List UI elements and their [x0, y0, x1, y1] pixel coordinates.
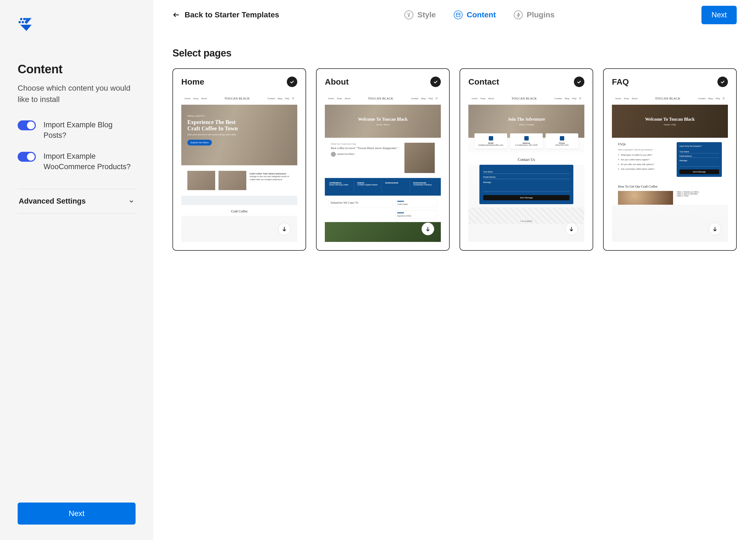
svg-rect-0 [20, 18, 22, 20]
sidebar-next-button[interactable]: Next [18, 502, 136, 525]
advanced-settings-label: Advanced Settings [19, 197, 86, 205]
sidebar: Content Choose which content you would l… [0, 0, 153, 540]
toggle-import-blog-posts[interactable]: Import Example Blog Posts? [18, 120, 136, 141]
check-icon [717, 76, 728, 87]
toggle-switch-icon[interactable] [18, 120, 36, 130]
page-card-faq[interactable]: FAQ HomeShopAboutTOUCAN BLACKContactBlog… [603, 68, 737, 251]
plugins-step-icon [514, 10, 523, 20]
toggle-import-woocommerce[interactable]: Import Example WooCommerce Products? [18, 151, 136, 172]
sidebar-title: Content [18, 62, 136, 76]
page-grid: Home HomeShopAboutTOUCAN BLACKContactBlo… [173, 68, 737, 251]
scroll-down-icon[interactable] [422, 222, 434, 235]
chevron-down-icon [128, 199, 134, 204]
top-next-button[interactable]: Next [701, 6, 737, 24]
svg-rect-1 [23, 18, 26, 20]
page-thumbnail-faq: HomeShopAboutTOUCAN BLACKContactBlogFAQ☰… [612, 92, 728, 242]
step-style[interactable]: Style [404, 10, 436, 20]
toggle-label: Import Example WooCommerce Products? [44, 151, 136, 172]
toggle-switch-icon[interactable] [18, 152, 36, 162]
page-thumbnail-contact: HomeShopAboutTOUCAN BLACKContactBlogFAQ☰… [468, 92, 584, 242]
step-label: Style [418, 10, 436, 19]
arrow-left-icon [173, 11, 180, 19]
step-content[interactable]: Content [453, 10, 496, 20]
svg-point-6 [405, 11, 413, 19]
step-label: Content [467, 10, 496, 19]
step-label: Plugins [527, 10, 555, 19]
brand-logo [18, 15, 34, 32]
svg-point-7 [454, 11, 462, 19]
page-thumbnail-home: HomeShopAboutTOUCAN BLACKContactBlogFAQ☰… [181, 92, 297, 242]
scroll-down-icon[interactable] [708, 222, 721, 235]
sidebar-description: Choose which content you would like to i… [18, 83, 136, 105]
page-card-contact[interactable]: Contact HomeShopAboutTOUCAN BLACKContact… [459, 68, 593, 251]
advanced-settings-row[interactable]: Advanced Settings [18, 189, 136, 213]
page-card-title: Contact [468, 77, 499, 86]
toggle-label: Import Example Blog Posts? [44, 120, 136, 141]
check-icon [287, 76, 297, 87]
style-step-icon [404, 10, 414, 20]
check-icon [430, 76, 441, 87]
scroll-down-icon[interactable] [278, 222, 291, 235]
page-card-title: About [325, 77, 349, 86]
page-card-title: Home [181, 77, 204, 86]
svg-rect-2 [19, 21, 21, 23]
scroll-down-icon[interactable] [565, 222, 578, 235]
page-card-home[interactable]: Home HomeShopAboutTOUCAN BLACKContactBlo… [173, 68, 306, 251]
page-thumbnail-about: HomeShopAboutTOUCAN BLACKContactBlogFAQ☰… [325, 92, 441, 242]
back-to-templates-link[interactable]: Back to Starter Templates [173, 10, 279, 19]
step-plugins[interactable]: Plugins [514, 10, 555, 20]
step-nav: Style Content Plugins [404, 10, 555, 20]
page-card-about[interactable]: About HomeShopAboutTOUCAN BLACKContactBl… [316, 68, 449, 251]
svg-rect-8 [456, 13, 460, 17]
check-icon [574, 76, 584, 87]
svg-rect-3 [22, 21, 24, 23]
svg-point-10 [514, 11, 522, 19]
page-card-title: FAQ [612, 77, 629, 86]
content-area: Select pages Home HomeShopAboutTOUCAN BL… [153, 30, 756, 268]
main: Back to Starter Templates Style Content … [153, 0, 756, 540]
content-step-icon [453, 10, 463, 20]
back-label: Back to Starter Templates [185, 10, 279, 19]
section-title: Select pages [173, 48, 737, 59]
topbar: Back to Starter Templates Style Content … [153, 0, 756, 30]
